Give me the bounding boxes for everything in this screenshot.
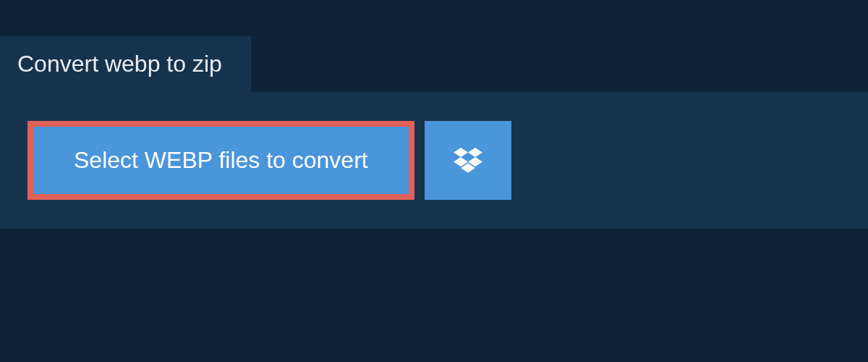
select-files-button-label: Select WEBP files to convert — [74, 147, 368, 174]
button-row: Select WEBP files to convert — [27, 121, 841, 200]
main-panel: Select WEBP files to convert — [0, 92, 868, 229]
page-title: Convert webp to zip — [17, 51, 222, 77]
select-files-button[interactable]: Select WEBP files to convert — [27, 121, 414, 200]
tab-header: Convert webp to zip — [0, 36, 251, 92]
dropbox-icon — [454, 146, 482, 175]
dropbox-button[interactable] — [425, 121, 511, 200]
